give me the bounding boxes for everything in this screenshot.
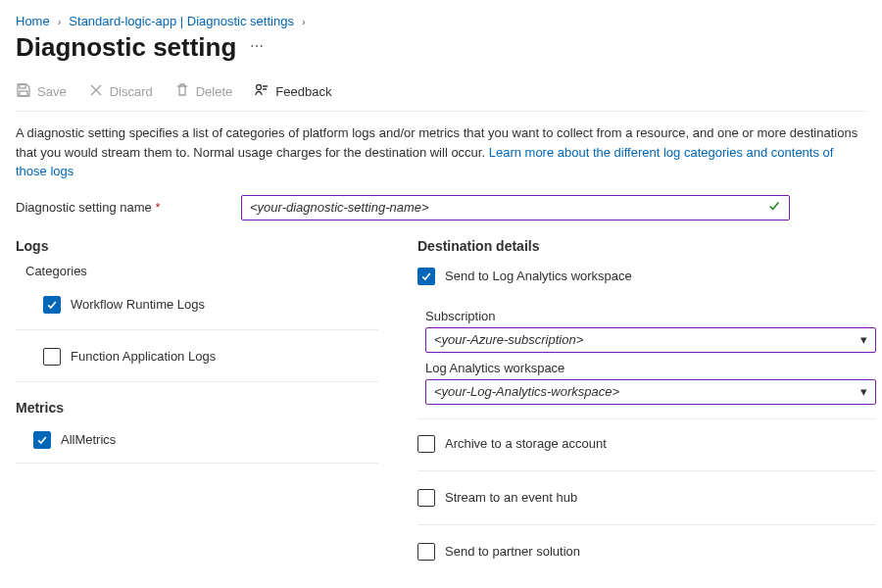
delete-button[interactable]: Delete bbox=[174, 82, 233, 101]
subscription-label: Subscription bbox=[425, 309, 876, 323]
workspace-value: <your-Log-Analytics-workspace> bbox=[434, 384, 619, 399]
setting-name-input[interactable]: <your-diagnostic-setting-name> bbox=[241, 195, 790, 220]
discard-button[interactable]: Discard bbox=[88, 82, 153, 101]
page-title: Diagnostic setting bbox=[16, 32, 236, 63]
workflow-runtime-logs-label: Workflow Runtime Logs bbox=[71, 297, 205, 312]
checkbox-workflow-runtime-logs[interactable] bbox=[43, 296, 61, 314]
workspace-select[interactable]: <your-Log-Analytics-workspace> ▾ bbox=[425, 379, 876, 405]
checkbox-archive-storage[interactable] bbox=[417, 435, 435, 453]
svg-rect-1 bbox=[20, 91, 27, 96]
svg-point-4 bbox=[257, 85, 262, 90]
workspace-label: Log Analytics workspace bbox=[425, 361, 876, 375]
categories-label: Categories bbox=[16, 264, 378, 278]
feedback-icon bbox=[254, 82, 270, 101]
subscription-value: <your-Azure-subscription> bbox=[434, 332, 583, 347]
feedback-label: Feedback bbox=[275, 84, 331, 99]
chevron-right-icon: › bbox=[58, 16, 62, 27]
checkbox-function-application-logs[interactable] bbox=[43, 348, 61, 366]
required-asterisk: * bbox=[155, 200, 160, 215]
delete-label: Delete bbox=[196, 84, 233, 99]
breadcrumb-home[interactable]: Home bbox=[16, 14, 50, 28]
discard-label: Discard bbox=[110, 84, 153, 99]
checkbox-send-log-analytics[interactable] bbox=[417, 268, 435, 285]
subscription-select[interactable]: <your-Azure-subscription> ▾ bbox=[425, 327, 876, 353]
toolbar: Save Discard Delete Feedback bbox=[16, 76, 866, 112]
feedback-button[interactable]: Feedback bbox=[254, 82, 331, 101]
breadcrumb: Home › Standard-logic-app | Diagnostic s… bbox=[16, 14, 866, 28]
more-actions-icon[interactable]: ⋯ bbox=[250, 38, 266, 58]
setting-name-label: Diagnostic setting name * bbox=[16, 200, 241, 215]
function-application-logs-label: Function Application Logs bbox=[71, 349, 216, 364]
logs-heading: Logs bbox=[16, 238, 378, 254]
send-log-analytics-label: Send to Log Analytics workspace bbox=[445, 269, 632, 283]
metrics-heading: Metrics bbox=[16, 400, 378, 416]
save-button[interactable]: Save bbox=[16, 82, 67, 101]
chevron-right-icon: › bbox=[302, 16, 306, 27]
chevron-down-icon: ▾ bbox=[860, 384, 867, 399]
stream-eventhub-label: Stream to an event hub bbox=[445, 490, 577, 505]
intro-text: A diagnostic setting specifies a list of… bbox=[16, 123, 858, 181]
svg-rect-0 bbox=[20, 84, 25, 88]
setting-name-value: <your-diagnostic-setting-name> bbox=[250, 200, 767, 215]
archive-storage-label: Archive to a storage account bbox=[445, 436, 607, 451]
save-icon bbox=[16, 82, 31, 101]
close-icon bbox=[88, 82, 104, 101]
destination-heading: Destination details bbox=[417, 238, 876, 254]
checkmark-icon bbox=[767, 199, 781, 216]
checkbox-allmetrics[interactable] bbox=[33, 431, 51, 449]
partner-solution-label: Send to partner solution bbox=[445, 544, 580, 559]
trash-icon bbox=[174, 82, 190, 101]
chevron-down-icon: ▾ bbox=[860, 332, 867, 347]
checkbox-partner-solution[interactable] bbox=[417, 543, 435, 561]
breadcrumb-resource[interactable]: Standard-logic-app | Diagnostic settings bbox=[69, 14, 294, 28]
allmetrics-label: AllMetrics bbox=[61, 432, 116, 447]
checkbox-stream-eventhub[interactable] bbox=[417, 489, 435, 507]
save-label: Save bbox=[37, 84, 67, 99]
